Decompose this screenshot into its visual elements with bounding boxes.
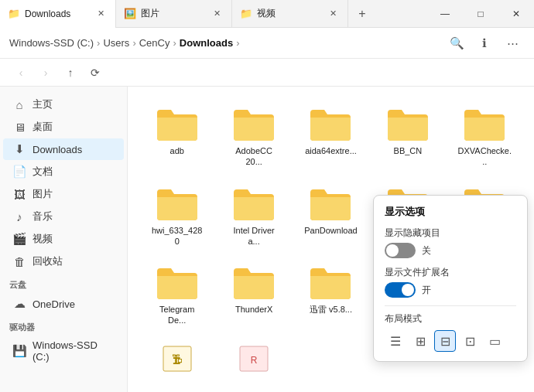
tab-videos[interactable]: 📁 视频 ✕ [232,0,348,28]
display-options-panel: 显示选项 显示隐藏项目 关 显示文件扩展名 开 [373,195,528,362]
sidebar-item-pictures[interactable]: 🖼 图片 [3,183,124,205]
folder-icon-pandownload [307,183,354,222]
sidebar-item-onedrive[interactable]: ☁ OneDrive [3,293,124,315]
info-button[interactable]: ℹ [472,31,497,56]
breadcrumb-sep1: › [97,37,100,49]
sidebar-item-music-label: 音乐 [33,210,53,223]
sidebar-item-pictures-label: 图片 [33,187,53,201]
file-item-xunlei[interactable]: 迅雷 v5.8... [294,257,368,331]
hidden-toggle-row: 关 [385,243,516,258]
music-icon: ♪ [12,210,26,223]
file-item-dxvachecker[interactable]: DXVAChecke... [448,99,522,172]
file-item-misc3[interactable]: 🗜 [140,337,214,380]
file-name-adb: adb [170,145,184,156]
sidebar-item-recycle-label: 回收站 [33,254,63,268]
sidebar-item-videos[interactable]: 🎬 视频 [3,228,124,250]
folder-icon-telegram [154,262,200,301]
sidebar-item-winssd[interactable]: 💾 Windows-SSD (C:) [3,336,124,366]
breadcrumb-users[interactable]: Users [103,37,129,49]
misc-icon-4: R [234,342,273,376]
layout-tiles-button[interactable]: ⊡ [459,330,481,352]
tab-videos-close[interactable]: ✕ [326,6,340,20]
breadcrumb-sep4: › [236,37,239,49]
tab-pictures-label: 图片 [141,7,205,20]
file-name-aida64: aida64extre... [305,145,357,156]
folder-icon-aida64 [307,104,354,142]
breadcrumb-user[interactable]: CenCy [139,37,170,49]
layout-content-button[interactable]: ▭ [484,330,505,352]
breadcrumb-sep2: › [132,37,135,49]
layout-label: 布局模式 [385,312,516,326]
ext-toggle-thumb [402,284,414,296]
desktop-icon: 🖥 [12,121,26,134]
ext-row: 显示文件扩展名 开 [385,266,516,298]
sidebar-item-recycle[interactable]: 🗑 回收站 [3,251,124,272]
breadcrumb-current[interactable]: Downloads [180,37,233,49]
sidebar-item-documents[interactable]: 📄 文档 [3,161,124,182]
add-tab-button[interactable]: + [348,0,376,28]
videos-icon: 🎬 [12,232,26,246]
svg-text:R: R [251,355,258,366]
folder-icon-thunderx [231,262,277,301]
tab-downloads-close[interactable]: ✕ [94,7,108,21]
file-name-hwi: hwi_633_4280 [150,225,204,247]
recycle-icon: 🗑 [12,255,26,268]
sidebar-item-onedrive-label: OneDrive [33,298,75,310]
file-item-aida64[interactable]: aida64extre... [294,99,368,172]
more-button[interactable]: ⋯ [500,31,525,56]
popup-divider [385,305,516,306]
winssd-icon: 💾 [12,344,26,358]
breadcrumb: Windows-SSD (C:) › Users › CenCy › Downl… [9,37,441,49]
tab-downloads[interactable]: 📁 Downloads ✕ [0,0,116,28]
close-button[interactable]: ✕ [498,0,534,28]
breadcrumb-sep3: › [173,37,176,49]
file-item-misc4[interactable]: R [217,337,290,380]
file-item-intel[interactable]: Intel Driver a... [217,179,290,252]
file-item-pandownload[interactable]: PanDownload [294,179,368,252]
sidebar-item-home[interactable]: ⌂ 主页 [3,94,124,115]
file-item-bbcn[interactable]: BB_CN [371,99,444,172]
folder-icon-intel [231,183,277,222]
file-item-adb[interactable]: adb [140,99,214,172]
refresh-button[interactable]: ⟳ [84,61,107,84]
file-item-adobecc[interactable]: AdobeCC 20... [217,99,290,172]
sidebar-item-desktop[interactable]: 🖥 桌面 [3,116,124,138]
file-name-intel: Intel Driver a... [227,225,281,247]
file-name-bbcn: BB_CN [394,145,423,156]
hidden-items-toggle[interactable] [385,243,416,258]
file-name-xunlei: 迅雷 v5.8... [310,304,352,315]
back-button[interactable]: ‹ [9,61,33,84]
maximize-button[interactable]: □ [463,0,498,28]
tab-pictures[interactable]: 🖼️ 图片 ✕ [116,0,232,28]
popup-title: 显示选项 [385,205,516,219]
sidebar-item-downloads[interactable]: ⬇ Downloads [3,138,124,160]
sidebar-item-music[interactable]: ♪ 音乐 [3,206,124,227]
search-button[interactable]: 🔍 [444,31,469,56]
minimize-button[interactable]: — [427,0,463,28]
sidebar-item-videos-label: 视频 [33,232,53,246]
sidebar-item-winssd-label: Windows-SSD (C:) [33,339,115,363]
tab-pictures-close[interactable]: ✕ [210,6,224,20]
file-item-telegram[interactable]: Telegram De... [140,257,214,331]
sidebar-item-home-label: 主页 [33,97,53,111]
breadcrumb-drive[interactable]: Windows-SSD (C:) [9,37,94,49]
pictures-icon: 🖼 [12,188,26,201]
forward-button[interactable]: › [34,61,57,84]
documents-icon: 📄 [12,165,26,179]
nav-bar: ‹ › ↑ ⟳ [0,59,534,87]
window-controls: — □ ✕ [427,0,534,28]
layout-details-button[interactable]: ⊞ [409,330,431,352]
downloads-icon: ⬇ [12,142,26,156]
file-item-hwi[interactable]: hwi_633_4280 [140,179,214,252]
tab-downloads-label: Downloads [25,9,89,19]
main-layout: ⌂ 主页 🖥 桌面 ⬇ Downloads 📄 文档 🖼 图片 ♪ 音乐 🎬 视… [0,87,534,392]
up-button[interactable]: ↑ [59,61,82,84]
ext-toggle[interactable] [385,282,416,298]
file-name-thunderx: ThunderX [235,304,272,315]
folder-icon-hwi [154,183,200,222]
file-item-thunderx[interactable]: ThunderX [217,257,290,331]
layout-list-button[interactable]: ☰ [385,330,406,352]
layout-buttons-row: ☰ ⊞ ⊟ ⊡ ▭ [385,330,516,352]
layout-grid-button[interactable]: ⊟ [434,330,456,352]
drives-section-label: 驱动器 [0,315,127,335]
